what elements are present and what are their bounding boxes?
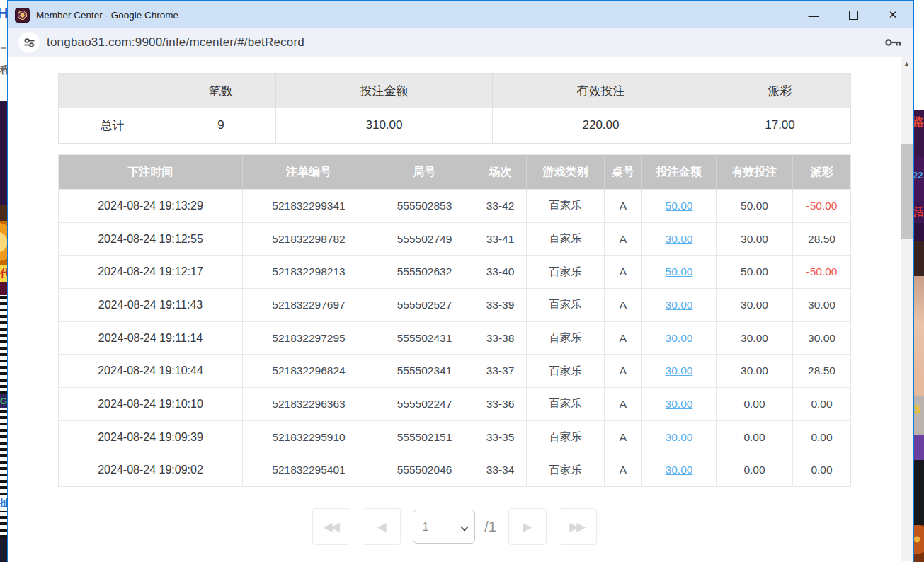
bet-amount: 30.00 xyxy=(642,289,717,322)
summary-total-label: 总计 xyxy=(59,108,166,144)
prev-page-button[interactable]: ◀ xyxy=(363,508,401,545)
bet-amount: 30.00 xyxy=(642,222,717,256)
table-row: 2024-08-24 19:11:14521832297295555502431… xyxy=(59,321,851,355)
background-block: 活 xyxy=(914,202,924,223)
url-text[interactable]: tongbao31.com:9900/infe/mcenter/#/betRec… xyxy=(47,35,879,50)
background-block: GF xyxy=(0,394,7,408)
last-page-button[interactable]: ▶▶ xyxy=(559,508,597,545)
bet-time: 2024-08-24 19:12:55 xyxy=(59,222,243,256)
game-type: 百家乐 xyxy=(527,321,605,355)
background-photo-fragment xyxy=(914,241,924,276)
bet-amount-link[interactable]: 30.00 xyxy=(666,464,693,476)
bet-time: 2024-08-24 19:10:10 xyxy=(59,388,243,421)
bet-record-table: 下注时间 注单编号 局号 场次 游戏类别 桌号 投注金额 有效投注 派彩 202… xyxy=(58,154,851,487)
col-payout: 派彩 xyxy=(793,155,851,190)
background-fire-fragment xyxy=(914,525,924,562)
valid-bet: 0.00 xyxy=(717,420,793,454)
table-row: 2024-08-24 19:09:39521832295910555502151… xyxy=(59,420,851,454)
table-row: 2024-08-24 19:10:44521832296824555502341… xyxy=(59,355,851,388)
game-type: 百家乐 xyxy=(527,420,605,454)
chrome-popup-window: Member Center - Google Chrome — ✕ tongba… xyxy=(7,0,914,562)
table-no: A xyxy=(605,190,642,223)
session: 33-35 xyxy=(474,420,527,454)
session: 33-34 xyxy=(474,454,527,487)
scrollbar-thumb[interactable] xyxy=(901,144,913,239)
col-session: 场次 xyxy=(474,155,527,190)
table-no: A xyxy=(605,222,642,256)
bet-id: 521832295401 xyxy=(243,454,375,487)
payout: -50.00 xyxy=(793,256,851,289)
bet-amount-link[interactable]: 50.00 xyxy=(666,200,693,212)
payout: 0.00 xyxy=(793,420,851,454)
first-page-button[interactable]: ◀◀ xyxy=(312,508,350,545)
table-no: A xyxy=(605,388,642,421)
payout: 28.50 xyxy=(793,355,851,388)
session: 33-37 xyxy=(474,355,527,388)
bet-time: 2024-08-24 19:09:39 xyxy=(59,420,243,454)
table-row: 2024-08-24 19:10:10521832296363555502247… xyxy=(59,388,851,421)
bet-id: 521832298782 xyxy=(243,222,375,256)
bet-id: 521832296363 xyxy=(243,388,375,421)
game-type: 百家乐 xyxy=(527,256,605,289)
password-manager-button[interactable] xyxy=(879,36,903,49)
next-page-button[interactable]: ▶ xyxy=(508,508,547,545)
close-button[interactable]: ✕ xyxy=(873,1,913,28)
col-bet-id: 注单编号 xyxy=(243,155,375,190)
bet-amount: 50.00 xyxy=(642,256,717,289)
page-select-wrap: 1 xyxy=(413,510,475,544)
bet-amount-link[interactable]: 30.00 xyxy=(666,431,693,443)
session: 33-40 xyxy=(474,256,527,289)
table-no: A xyxy=(605,420,642,454)
summary-header-count: 笔数 xyxy=(166,74,276,108)
background-dash xyxy=(1,47,6,49)
scroll-up-icon[interactable]: ▲ xyxy=(901,57,913,67)
background-coin-fragment xyxy=(0,221,7,265)
table-row: 2024-08-24 19:13:29521832299341555502853… xyxy=(59,190,851,223)
bet-amount-link[interactable]: 30.00 xyxy=(666,398,693,410)
bet-id: 521832299341 xyxy=(243,190,375,223)
url-bar: tongbao31.com:9900/infe/mcenter/#/betRec… xyxy=(8,28,913,57)
background-block: 22 xyxy=(914,157,924,202)
screen: H 程 代 GF 扯 路 22 活 $ Member Center - Goog… xyxy=(0,0,924,562)
bet-amount-link[interactable]: 30.00 xyxy=(666,299,693,311)
summary-header-valid-bet: 有效投注 xyxy=(493,74,709,108)
session: 33-38 xyxy=(474,321,527,355)
game-type: 百家乐 xyxy=(527,222,605,256)
site-settings-button[interactable] xyxy=(18,32,40,53)
bet-amount-link[interactable]: 30.00 xyxy=(666,332,693,344)
page-select[interactable]: 1 xyxy=(413,510,475,544)
payout: 30.00 xyxy=(793,289,851,322)
game-type: 百家乐 xyxy=(527,190,605,223)
round-id: 555502527 xyxy=(375,289,474,322)
round-id: 555502632 xyxy=(375,256,474,289)
minimize-button[interactable]: — xyxy=(794,1,833,28)
session: 33-39 xyxy=(474,289,527,322)
col-valid-bet: 有效投注 xyxy=(717,155,793,190)
background-block xyxy=(0,205,7,221)
background-block xyxy=(0,101,7,205)
background-block xyxy=(0,282,7,295)
bet-time: 2024-08-24 19:11:43 xyxy=(59,289,243,322)
bet-amount: 30.00 xyxy=(642,321,717,355)
game-type: 百家乐 xyxy=(527,289,605,322)
game-type: 百家乐 xyxy=(527,454,605,487)
summary-header-payout: 派彩 xyxy=(709,74,851,108)
round-id: 555502341 xyxy=(375,355,474,388)
background-text-fragment: 程 xyxy=(0,64,7,76)
summary-total-row: 总计 9 310.00 220.00 17.00 xyxy=(59,108,851,144)
table-no: A xyxy=(605,256,642,289)
summary-total-payout: 17.00 xyxy=(709,108,851,144)
bet-amount-link[interactable]: 30.00 xyxy=(666,233,693,245)
col-bet-time: 下注时间 xyxy=(59,155,243,190)
bet-amount: 30.00 xyxy=(642,388,717,421)
maximize-button[interactable] xyxy=(833,1,873,28)
vertical-scrollbar[interactable]: ▲ xyxy=(901,57,913,561)
valid-bet: 50.00 xyxy=(717,190,793,223)
summary-total-valid-bet: 220.00 xyxy=(493,108,709,144)
bet-amount-link[interactable]: 50.00 xyxy=(666,265,693,277)
background-text-fragment: H xyxy=(0,4,7,23)
page-total-label: /1 xyxy=(484,519,496,535)
pagination: ◀◀ ◀ 1 /1 ▶ ▶▶ xyxy=(8,508,901,545)
bet-amount-link[interactable]: 30.00 xyxy=(666,365,693,377)
background-block xyxy=(914,435,924,460)
